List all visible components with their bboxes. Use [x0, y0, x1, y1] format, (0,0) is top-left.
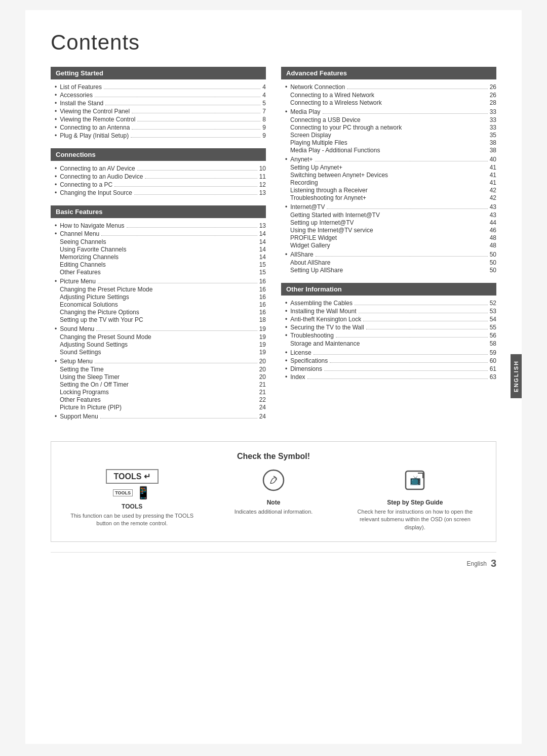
list-item: Connecting to a PC12 [51, 181, 266, 188]
sub-item: PROFILE Widget48 [290, 234, 496, 241]
sub-item-label: Getting Started with Internet@TV [290, 212, 486, 219]
page-number: 26 [490, 83, 496, 91]
sub-item-page: 33 [490, 124, 496, 131]
symbol-item-note: NoteIndicates additional information. [208, 469, 339, 516]
sub-item-page: 19 [259, 349, 266, 356]
sub-item: Changing the Preset Picture Mode16 [60, 286, 266, 293]
page-number: 13 [259, 222, 266, 229]
page-number: 19 [259, 325, 266, 332]
page-number: 12 [259, 181, 266, 188]
sub-item-page: 16 [259, 309, 266, 316]
list-item: Dimensions61 [281, 365, 496, 372]
list-item: Specifications60 [281, 357, 496, 364]
sub-item-page: 20 [259, 373, 266, 381]
sub-item-label: Editing Channels [60, 261, 255, 268]
sub-item: Sound Settings19 [60, 349, 266, 356]
sub-items-list: Setting Up Anynet+41Switching between An… [281, 164, 496, 201]
symbol-title: Check the Symbol! [66, 452, 481, 461]
note-icon [262, 469, 285, 496]
sub-items-list: About AllShare50Setting Up AllShare50 [281, 259, 496, 274]
page-number: 14 [259, 230, 266, 237]
symbol-label: TOOLS [122, 503, 142, 510]
page-number: 43 [490, 203, 496, 211]
section-header: Other Information [281, 283, 496, 296]
page-number: 11 [259, 173, 266, 180]
sub-items-list: Getting Started with Internet@TV43Settin… [281, 212, 496, 249]
list-item: Securing the TV to the Wall55 [281, 324, 496, 331]
list-item: License59 [281, 349, 496, 356]
sub-item-label: Changing the Preset Sound Mode [60, 333, 255, 341]
footer: English 3 [51, 552, 496, 569]
page-number: 24 [259, 413, 266, 420]
section-header: Basic Features [51, 205, 266, 218]
svg-point-0 [263, 470, 284, 490]
sub-items-list: Connecting to a Wired Network26Connectin… [281, 92, 496, 106]
sub-item: Other Features22 [60, 396, 266, 403]
list-item: Connecting to an Antenna9 [51, 124, 266, 131]
list-item: Setup Menu20 [51, 358, 266, 365]
sub-item-label: Seeing Channels [60, 238, 255, 245]
top-level-list: List of Features4Accessories4Install the… [51, 83, 266, 139]
page-number: 53 [490, 308, 496, 315]
page-number: 59 [490, 349, 496, 356]
list-item: Anynet+40 [281, 156, 496, 163]
sub-item-label: Other Features [60, 269, 255, 276]
sub-items-list: Changing the Preset Sound Mode19Adjustin… [51, 333, 266, 356]
sub-item: Other Features15 [60, 269, 266, 276]
page-number: 4 [262, 83, 266, 91]
sub-item: Using the Sleep Timer20 [60, 373, 266, 381]
sub-item-label: Locking Programs [60, 389, 255, 396]
list-item: Viewing the Control Panel7 [51, 108, 266, 115]
symbol-item-tools: TOOLS ↵TOOLS📱TOOLSThis function can be u… [66, 469, 198, 528]
sub-item: Connecting to a Wireless Network28 [290, 99, 496, 106]
list-item: Internet@TV43 [281, 203, 496, 211]
sub-item-label: Switching between Anynet+ Devices [290, 172, 486, 179]
sub-item-page: 15 [259, 269, 266, 276]
list-item: Troubleshooting56 [281, 332, 496, 339]
list-item: Changing the Input Source13 [51, 189, 266, 196]
list-item: Support Menu24 [51, 413, 266, 420]
sub-item-page: 26 [490, 92, 496, 99]
sub-item-page: 14 [259, 254, 266, 261]
sub-item-page: 21 [259, 389, 266, 396]
sub-item-page: 21 [259, 381, 266, 388]
sub-items-list: Connecting a USB Device33Connecting to y… [281, 116, 496, 154]
sub-item-page: 48 [490, 242, 496, 249]
sub-item-label: Listening through a Receiver [290, 187, 486, 194]
sub-item-label: Playing Multiple Files [290, 139, 486, 146]
sub-item-label: PROFILE Widget [290, 234, 486, 241]
footer-lang: English [467, 560, 487, 567]
list-item: Accessories4 [51, 92, 266, 99]
sub-item-label: Using the Internet@TV service [290, 227, 486, 234]
page-number: 60 [490, 357, 496, 364]
page-number: 55 [490, 324, 496, 331]
sub-item: Troubleshooting for Anynet+42 [290, 194, 496, 201]
page-number: 9 [262, 124, 266, 131]
list-item: Anti-theft Kensington Lock54 [281, 316, 496, 323]
sub-item-page: 50 [490, 267, 496, 274]
sub-item-page: 15 [259, 261, 266, 268]
sub-item-label: Connecting to a Wireless Network [290, 99, 486, 106]
list-item: Plug & Play (Initial Setup)9 [51, 132, 266, 139]
sub-items-list: Seeing Channels14Using Favorite Channels… [51, 238, 266, 276]
sub-item: Editing Channels15 [60, 261, 266, 268]
sub-item: Seeing Channels14 [60, 238, 266, 245]
sub-item-label: Memorizing Channels [60, 254, 255, 261]
sub-item-label: Other Features [60, 396, 255, 403]
sub-item-label: Adjusting Sound Settings [60, 341, 255, 348]
sub-item-page: 18 [259, 316, 266, 323]
sub-item: Setting up the TV with Your PC18 [60, 316, 266, 323]
sub-item-label: Setting up the TV with Your PC [60, 316, 255, 323]
sub-item-page: 16 [259, 293, 266, 301]
sub-item-page: 42 [490, 187, 496, 194]
top-level-list: Network Connection26Connecting to a Wire… [281, 83, 496, 274]
sub-item-page: 28 [490, 99, 496, 106]
list-item: AllShare50 [281, 251, 496, 258]
sub-item: Media Play - Additional Functions38 [290, 147, 496, 154]
sub-item-label: Troubleshooting for Anynet+ [290, 194, 486, 201]
symbol-desc: Indicates additional information. [235, 508, 313, 516]
sub-item: Setting Up AllShare50 [290, 267, 496, 274]
sub-item-label: Connecting to a Wired Network [290, 92, 486, 99]
sub-item: Locking Programs21 [60, 389, 266, 396]
sub-item-page: 46 [490, 227, 496, 234]
